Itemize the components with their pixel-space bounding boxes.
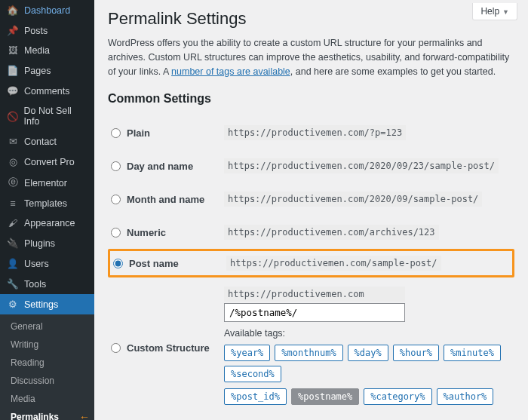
page-title: Permalink Settings — [108, 9, 514, 29]
menu-item-settings[interactable]: ⚙Settings — [0, 294, 94, 314]
menu-label: Do Not Sell Info — [24, 106, 88, 127]
content-area: Help▼ Permalink Settings WordPress offer… — [94, 0, 528, 420]
appearance-icon: 🖌 — [6, 218, 20, 228]
admin-sidebar: 🏠Dashboard📌Posts🖼Media📄Pages💬Comments🚫Do… — [0, 0, 94, 420]
posts-icon: 📌 — [6, 25, 20, 36]
option-example: https://productivemen.com/?p=123 — [224, 125, 406, 140]
option-radio[interactable] — [111, 161, 121, 171]
menu-item-tools[interactable]: 🔧Tools — [0, 274, 94, 294]
option-label[interactable]: Numeric — [111, 227, 224, 238]
permalink-option-numeric: Numerichttps://productivemen.com/archive… — [108, 216, 514, 249]
menu-label: Elementor — [24, 178, 67, 189]
menu-item-pages[interactable]: 📄Pages — [0, 60, 94, 81]
option-example: https://productivemen.com/2020/09/23/sam… — [224, 158, 499, 173]
tag-post_id[interactable]: %post_id% — [224, 388, 287, 405]
submenu-item-general[interactable]: General — [0, 317, 94, 336]
menu-label: Pages — [24, 66, 51, 76]
menu-label: Dashboard — [24, 5, 70, 16]
users-icon: 👤 — [6, 258, 20, 269]
menu-label: Templates — [24, 198, 67, 209]
menu-item-contact[interactable]: ✉Contact — [0, 131, 94, 152]
tag-postname[interactable]: %postname% — [291, 388, 359, 405]
media-icon: 🖼 — [6, 45, 20, 56]
submenu-item-reading[interactable]: Reading — [0, 354, 94, 372]
tags-link[interactable]: number of tags are available — [171, 66, 290, 77]
dashboard-icon: 🏠 — [6, 5, 20, 16]
option-example: https://productivemen.com/archives/123 — [224, 225, 439, 240]
menu-item-comments[interactable]: 💬Comments — [0, 81, 94, 101]
tag-hour[interactable]: %hour% — [393, 345, 439, 361]
permalink-option-day-and-name: Day and namehttps://productivemen.com/20… — [108, 149, 514, 182]
menu-item-convert-pro[interactable]: ◎Convert Pro — [0, 152, 94, 172]
permalink-option-custom-structure: Custom Structurehttps://productivemen.co… — [108, 277, 514, 418]
tools-icon: 🔧 — [6, 278, 20, 290]
arrow-indicator-icon: ← — [79, 411, 90, 420]
option-radio[interactable] — [111, 343, 121, 353]
menu-item-do-not-sell-info[interactable]: 🚫Do Not Sell Info — [0, 101, 94, 131]
settings-icon: ⚙ — [6, 299, 20, 310]
option-label[interactable]: Post name — [113, 258, 226, 269]
menu-item-users[interactable]: 👤Users — [0, 253, 94, 274]
submenu-item-writing[interactable]: Writing — [0, 336, 94, 354]
tag-second[interactable]: %second% — [224, 366, 281, 382]
templates-icon: ≡ — [6, 198, 20, 209]
menu-label: Tools — [24, 279, 46, 290]
permalink-option-month-and-name: Month and namehttps://productivemen.com/… — [108, 182, 514, 216]
plugins-icon: 🔌 — [6, 238, 20, 249]
tag-category[interactable]: %category% — [364, 388, 431, 405]
page-description: WordPress offers you the ability to crea… — [108, 36, 514, 78]
menu-label: Posts — [24, 26, 48, 36]
menu-item-media[interactable]: 🖼Media — [0, 41, 94, 60]
option-example: https://productivemen.com/2020/09/sample… — [224, 192, 482, 207]
menu-label: Convert Pro — [24, 157, 75, 167]
menu-label: Contact — [24, 136, 57, 147]
option-radio[interactable] — [111, 195, 121, 204]
tag-author[interactable]: %author% — [437, 388, 494, 405]
custom-base-url: https://productivemen.com — [224, 287, 405, 302]
option-label[interactable]: Day and name — [111, 161, 224, 172]
tag-day[interactable]: %day% — [348, 345, 388, 361]
convert-pro-icon: ◎ — [6, 156, 20, 167]
menu-label: Appearance — [24, 218, 75, 228]
menu-item-posts[interactable]: 📌Posts — [0, 20, 94, 41]
menu-label: Settings — [24, 299, 58, 310]
common-settings-heading: Common Settings — [108, 92, 514, 106]
menu-item-elementor[interactable]: ⓔElementor — [0, 172, 94, 194]
submenu-item-permalinks[interactable]: Permalinks← — [0, 408, 94, 420]
help-label: Help — [480, 6, 499, 17]
menu-label: Comments — [24, 86, 69, 97]
tag-minute[interactable]: %minute% — [444, 345, 501, 361]
elementor-icon: ⓔ — [6, 176, 20, 189]
menu-label: Media — [24, 45, 50, 56]
option-label[interactable]: Month and name — [111, 194, 224, 205]
permalink-option-post-name: Post namehttps://productivemen.com/sampl… — [108, 249, 514, 277]
menu-item-plugins[interactable]: 🔌Plugins — [0, 233, 94, 253]
menu-label: Plugins — [24, 238, 55, 249]
tag-monthnum[interactable]: %monthnum% — [275, 345, 342, 361]
permalink-option-plain: Plainhttps://productivemen.com/?p=123 — [108, 116, 514, 149]
option-label[interactable]: Custom Structure — [111, 342, 224, 354]
do-not-sell-info-icon: 🚫 — [6, 111, 20, 122]
option-radio[interactable] — [113, 259, 123, 268]
menu-label: Users — [24, 259, 49, 269]
help-tab[interactable]: Help▼ — [472, 3, 517, 20]
menu-item-appearance[interactable]: 🖌Appearance — [0, 213, 94, 233]
option-radio[interactable] — [111, 128, 121, 138]
pages-icon: 📄 — [6, 65, 20, 76]
menu-item-templates[interactable]: ≡Templates — [0, 194, 94, 213]
submenu-item-media[interactable]: Media — [0, 390, 94, 408]
custom-structure-input[interactable] — [224, 303, 405, 322]
comments-icon: 💬 — [6, 85, 20, 97]
available-tags-label: Available tags: — [224, 328, 511, 339]
option-label[interactable]: Plain — [111, 127, 224, 139]
tag-year[interactable]: %year% — [224, 345, 270, 361]
submenu-item-discussion[interactable]: Discussion — [0, 372, 94, 390]
option-radio[interactable] — [111, 228, 121, 238]
caret-down-icon: ▼ — [502, 8, 509, 16]
menu-item-dashboard[interactable]: 🏠Dashboard — [0, 0, 94, 20]
option-example: https://productivemen.com/sample-post/ — [226, 256, 441, 271]
contact-icon: ✉ — [6, 136, 20, 147]
